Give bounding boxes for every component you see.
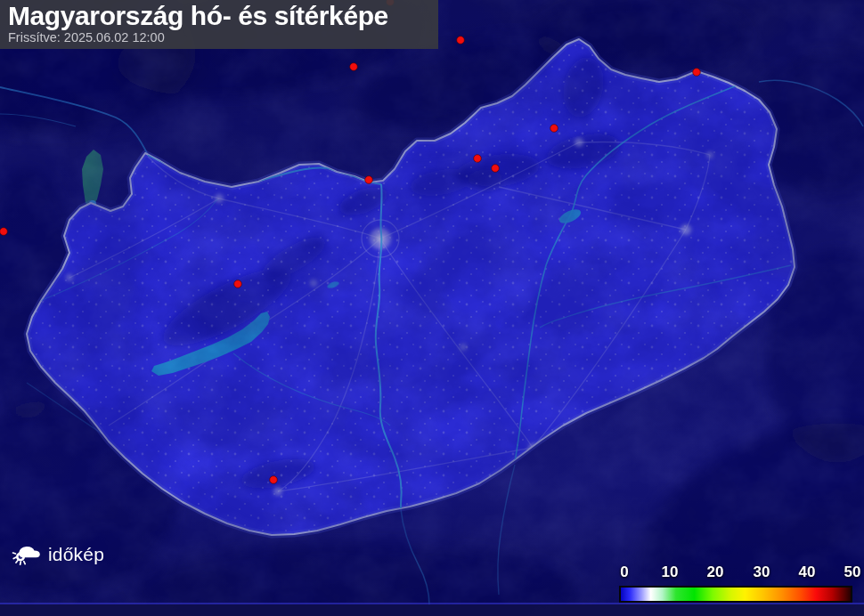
- location-marker[interactable]: [234, 280, 242, 288]
- location-marker[interactable]: [0, 228, 7, 236]
- legend-tick-label: 50: [844, 563, 861, 581]
- snow-depth-legend: 0 10 20 30 40 50: [615, 563, 862, 608]
- title-overlay: Magyarország hó- és sítérképe Frissítve:…: [0, 0, 438, 49]
- hungary-snow-map: [0, 0, 864, 616]
- legend-tick-label: 30: [754, 563, 770, 581]
- location-marker[interactable]: [550, 125, 558, 133]
- idokep-logo-text: időkép: [48, 544, 104, 565]
- legend-tick-label: 0: [620, 563, 628, 581]
- location-marker[interactable]: [474, 155, 482, 163]
- location-marker[interactable]: [492, 165, 500, 173]
- cloud-sun-icon: [12, 542, 42, 566]
- map-title: Magyarország hó- és sítérképe: [8, 1, 438, 30]
- legend-gradient-bar: [619, 586, 852, 603]
- legend-tick-label: 40: [799, 563, 816, 581]
- idokep-logo[interactable]: időkép: [12, 542, 104, 566]
- location-marker[interactable]: [350, 63, 358, 71]
- map-updated-timestamp: Frissítve: 2025.06.02 12:00: [8, 30, 438, 45]
- location-marker[interactable]: [693, 69, 701, 77]
- snow-map-app: Magyarország hó- és sítérképe Frissítve:…: [0, 0, 864, 616]
- location-marker[interactable]: [270, 476, 278, 484]
- location-marker[interactable]: [365, 176, 373, 184]
- legend-tick-label: 10: [662, 563, 679, 581]
- location-marker[interactable]: [457, 36, 465, 45]
- legend-tick-label: 20: [707, 563, 724, 581]
- terrain-highlight-overlay: [0, 0, 864, 616]
